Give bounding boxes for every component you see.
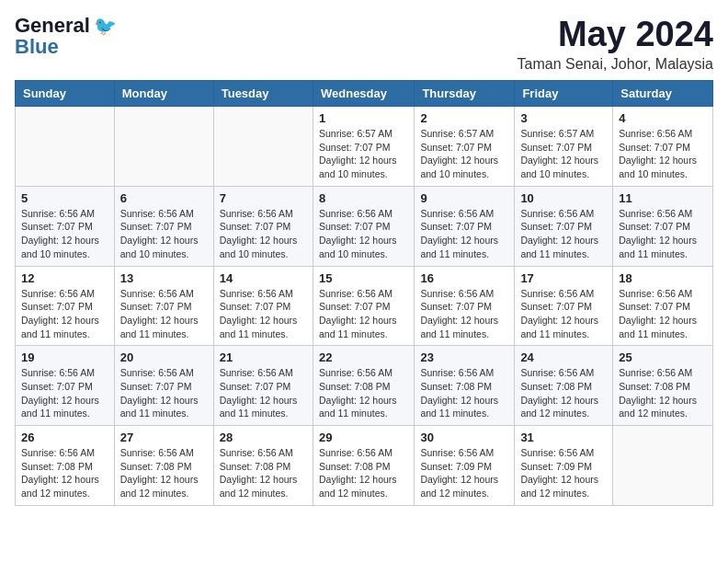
calendar-day-cell: 3Sunrise: 6:57 AM Sunset: 7:07 PM Daylig… [515, 107, 613, 187]
calendar-week-row: 1Sunrise: 6:57 AM Sunset: 7:07 PM Daylig… [16, 107, 713, 187]
day-of-week-header: Saturday [613, 81, 713, 107]
calendar-day-cell: 9Sunrise: 6:56 AM Sunset: 7:07 PM Daylig… [415, 186, 515, 266]
calendar-day-cell: 7Sunrise: 6:56 AM Sunset: 7:07 PM Daylig… [213, 186, 313, 266]
day-of-week-header: Tuesday [213, 81, 313, 107]
day-info-text: Sunrise: 6:56 AM Sunset: 7:07 PM Dayligh… [120, 366, 208, 420]
calendar-day-cell [16, 107, 115, 187]
day-number: 13 [120, 271, 208, 285]
day-info-text: Sunrise: 6:56 AM Sunset: 7:08 PM Dayligh… [21, 446, 108, 500]
logo-general-text: General [15, 14, 90, 37]
day-of-week-header: Friday [515, 81, 613, 107]
location-subtitle: Taman Senai, Johor, Malaysia [518, 56, 713, 73]
day-number: 16 [420, 271, 508, 285]
day-of-week-header: Wednesday [313, 81, 414, 107]
day-info-text: Sunrise: 6:57 AM Sunset: 7:07 PM Dayligh… [420, 127, 508, 181]
calendar-day-cell: 20Sunrise: 6:56 AM Sunset: 7:07 PM Dayli… [114, 346, 213, 426]
calendar-day-cell: 29Sunrise: 6:56 AM Sunset: 7:08 PM Dayli… [313, 426, 414, 506]
calendar-week-row: 19Sunrise: 6:56 AM Sunset: 7:07 PM Dayli… [16, 346, 713, 426]
day-number: 2 [420, 111, 508, 125]
calendar-day-cell: 13Sunrise: 6:56 AM Sunset: 7:07 PM Dayli… [114, 266, 213, 346]
calendar-day-cell [613, 426, 713, 506]
calendar-table: SundayMondayTuesdayWednesdayThursdayFrid… [15, 80, 713, 506]
calendar-day-cell: 28Sunrise: 6:56 AM Sunset: 7:08 PM Dayli… [213, 426, 313, 506]
calendar-day-cell: 4Sunrise: 6:56 AM Sunset: 7:07 PM Daylig… [613, 107, 713, 187]
calendar-day-cell: 26Sunrise: 6:56 AM Sunset: 7:08 PM Dayli… [16, 426, 115, 506]
day-info-text: Sunrise: 6:56 AM Sunset: 7:07 PM Dayligh… [21, 207, 108, 261]
day-number: 18 [619, 271, 707, 285]
day-info-text: Sunrise: 6:56 AM Sunset: 7:08 PM Dayligh… [319, 366, 408, 420]
calendar-day-cell: 16Sunrise: 6:56 AM Sunset: 7:07 PM Dayli… [415, 266, 515, 346]
calendar-day-cell: 31Sunrise: 6:56 AM Sunset: 7:09 PM Dayli… [515, 426, 613, 506]
day-number: 14 [220, 271, 307, 285]
day-info-text: Sunrise: 6:56 AM Sunset: 7:09 PM Dayligh… [520, 446, 607, 500]
day-number: 12 [21, 271, 108, 285]
calendar-day-cell: 27Sunrise: 6:56 AM Sunset: 7:08 PM Dayli… [114, 426, 213, 506]
calendar-day-cell: 11Sunrise: 6:56 AM Sunset: 7:07 PM Dayli… [613, 186, 713, 266]
day-number: 10 [520, 191, 607, 205]
calendar-day-cell: 23Sunrise: 6:56 AM Sunset: 7:08 PM Dayli… [415, 346, 515, 426]
calendar-day-cell: 1Sunrise: 6:57 AM Sunset: 7:07 PM Daylig… [313, 107, 414, 187]
logo: General🐦 Blue [15, 15, 117, 57]
calendar-day-cell: 6Sunrise: 6:56 AM Sunset: 7:07 PM Daylig… [114, 186, 213, 266]
day-info-text: Sunrise: 6:56 AM Sunset: 7:07 PM Dayligh… [220, 287, 307, 341]
day-info-text: Sunrise: 6:56 AM Sunset: 7:08 PM Dayligh… [220, 446, 307, 500]
day-number: 30 [420, 431, 508, 444]
logo-bird-icon: 🐦 [94, 16, 117, 36]
day-number: 31 [520, 431, 607, 444]
day-of-week-header: Monday [114, 81, 213, 107]
day-info-text: Sunrise: 6:56 AM Sunset: 7:07 PM Dayligh… [319, 287, 408, 341]
day-number: 23 [420, 350, 508, 364]
day-number: 20 [120, 350, 208, 364]
calendar-day-cell: 30Sunrise: 6:56 AM Sunset: 7:09 PM Dayli… [415, 426, 515, 506]
day-info-text: Sunrise: 6:56 AM Sunset: 7:08 PM Dayligh… [619, 366, 707, 420]
page-header: General🐦 Blue May 2024 Taman Senai, Joho… [15, 15, 713, 73]
day-info-text: Sunrise: 6:56 AM Sunset: 7:07 PM Dayligh… [220, 366, 307, 420]
calendar-day-cell: 24Sunrise: 6:56 AM Sunset: 7:08 PM Dayli… [515, 346, 613, 426]
calendar-day-cell: 17Sunrise: 6:56 AM Sunset: 7:07 PM Dayli… [515, 266, 613, 346]
day-info-text: Sunrise: 6:56 AM Sunset: 7:08 PM Dayligh… [120, 446, 208, 500]
calendar-day-cell: 2Sunrise: 6:57 AM Sunset: 7:07 PM Daylig… [415, 107, 515, 187]
day-number: 6 [120, 191, 208, 205]
day-number: 11 [619, 191, 707, 205]
day-info-text: Sunrise: 6:56 AM Sunset: 7:07 PM Dayligh… [420, 207, 508, 261]
day-info-text: Sunrise: 6:56 AM Sunset: 7:07 PM Dayligh… [120, 207, 208, 261]
calendar-week-row: 12Sunrise: 6:56 AM Sunset: 7:07 PM Dayli… [16, 266, 713, 346]
day-number: 25 [619, 350, 707, 364]
day-number: 7 [220, 191, 307, 205]
day-info-text: Sunrise: 6:56 AM Sunset: 7:07 PM Dayligh… [120, 287, 208, 341]
day-of-week-header: Sunday [16, 81, 115, 107]
day-info-text: Sunrise: 6:56 AM Sunset: 7:08 PM Dayligh… [520, 366, 607, 420]
day-number: 29 [319, 431, 408, 444]
day-info-text: Sunrise: 6:56 AM Sunset: 7:07 PM Dayligh… [319, 207, 408, 261]
day-number: 24 [520, 350, 607, 364]
day-number: 3 [520, 111, 607, 125]
day-number: 19 [21, 350, 108, 364]
calendar-day-cell: 15Sunrise: 6:56 AM Sunset: 7:07 PM Dayli… [313, 266, 414, 346]
month-year-title: May 2024 [518, 15, 713, 54]
calendar-day-cell: 21Sunrise: 6:56 AM Sunset: 7:07 PM Dayli… [213, 346, 313, 426]
day-number: 15 [319, 271, 408, 285]
calendar-day-cell: 12Sunrise: 6:56 AM Sunset: 7:07 PM Dayli… [16, 266, 115, 346]
calendar-week-row: 26Sunrise: 6:56 AM Sunset: 7:08 PM Dayli… [16, 426, 713, 506]
day-info-text: Sunrise: 6:56 AM Sunset: 7:07 PM Dayligh… [520, 287, 607, 341]
day-info-text: Sunrise: 6:57 AM Sunset: 7:07 PM Dayligh… [520, 127, 607, 181]
calendar-day-cell: 22Sunrise: 6:56 AM Sunset: 7:08 PM Dayli… [313, 346, 414, 426]
day-number: 9 [420, 191, 508, 205]
day-info-text: Sunrise: 6:56 AM Sunset: 7:07 PM Dayligh… [619, 207, 707, 261]
day-of-week-header: Thursday [415, 81, 515, 107]
calendar-day-cell: 5Sunrise: 6:56 AM Sunset: 7:07 PM Daylig… [16, 186, 115, 266]
calendar-day-cell: 25Sunrise: 6:56 AM Sunset: 7:08 PM Dayli… [613, 346, 713, 426]
day-number: 5 [21, 191, 108, 205]
day-info-text: Sunrise: 6:56 AM Sunset: 7:07 PM Dayligh… [21, 287, 108, 341]
day-number: 17 [520, 271, 607, 285]
calendar-week-row: 5Sunrise: 6:56 AM Sunset: 7:07 PM Daylig… [16, 186, 713, 266]
day-number: 8 [319, 191, 408, 205]
calendar-header-row: SundayMondayTuesdayWednesdayThursdayFrid… [16, 81, 713, 107]
day-info-text: Sunrise: 6:56 AM Sunset: 7:07 PM Dayligh… [21, 366, 108, 420]
calendar-day-cell: 18Sunrise: 6:56 AM Sunset: 7:07 PM Dayli… [613, 266, 713, 346]
calendar-day-cell: 19Sunrise: 6:56 AM Sunset: 7:07 PM Dayli… [16, 346, 115, 426]
day-number: 27 [120, 431, 208, 444]
day-number: 1 [319, 111, 408, 125]
day-info-text: Sunrise: 6:57 AM Sunset: 7:07 PM Dayligh… [319, 127, 408, 181]
calendar-day-cell: 10Sunrise: 6:56 AM Sunset: 7:07 PM Dayli… [515, 186, 613, 266]
